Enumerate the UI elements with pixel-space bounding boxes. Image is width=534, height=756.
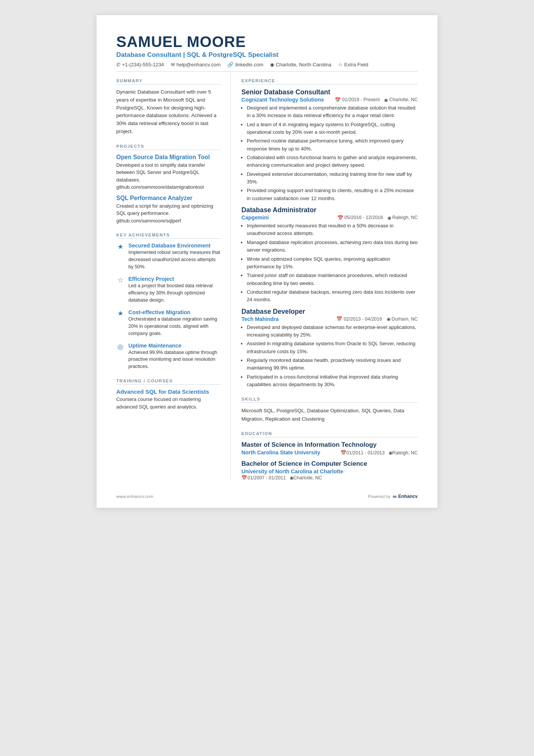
edu-degree-2: Bachelor of Science in Computer Science: [241, 460, 418, 468]
bullet: Collaborated with cross-functional teams…: [247, 154, 418, 169]
location-icon-3: ◉: [387, 316, 390, 322]
bullet: Led a team of 4 in migrating legacy syst…: [247, 121, 418, 136]
education-label: EDUCATION: [241, 431, 418, 437]
bullet: Developed and deployed database schemas …: [247, 324, 418, 339]
bullet: Provided ongoing support and training to…: [247, 187, 418, 202]
achievement-icon-2: ☆: [116, 276, 125, 284]
achievement-item-4: ◎ Uptime Maintenance Achieved 99.9% data…: [116, 343, 221, 371]
job-meta-1: 📅01/2019 - Present ◉Charlotte, NC: [335, 97, 418, 103]
bullet: Designed and implemented a comprehensive…: [247, 104, 418, 120]
training-title-1: Advanced SQL for Data Scientists: [116, 388, 221, 395]
job-company-3: Tech Mahindra: [241, 316, 278, 322]
achievement-icon-3: ★: [116, 310, 125, 318]
achievements-list: ★ Secured Database Environment Implement…: [116, 243, 221, 370]
calendar-icon-2: 📅: [337, 215, 344, 221]
job-company-2: Capgemini: [241, 214, 269, 221]
achievement-item-3: ★ Cost-effective Migration Orchestrated …: [116, 309, 221, 337]
bullet: Wrote and optimized complex SQL queries,…: [247, 255, 418, 271]
page-footer: www.enhancv.com Powered by ∞ Enhancv: [116, 493, 418, 499]
bullet: Performed routine database performance t…: [247, 137, 418, 153]
training-desc-1: Coursera course focused on mastering adv…: [116, 396, 221, 410]
left-column: SUMMARY Dynamic Database Consultant with…: [116, 72, 231, 481]
project-item-1: Open Source Data Migration Tool Develope…: [116, 154, 221, 191]
bullet: Regularly monitored database health, pro…: [247, 357, 418, 372]
projects-list: Open Source Data Migration Tool Develope…: [116, 154, 221, 224]
job-meta-3: 📅02/2013 - 04/2016 ◉Durham, NC: [336, 316, 418, 322]
bullet: Developed extensive documentation, reduc…: [247, 171, 418, 186]
project-title-2: SQL Performance Analyzer: [116, 195, 221, 202]
project-item-2: SQL Performance Analyzer Created a scrip…: [116, 195, 221, 224]
achievement-icon-1: ★: [116, 243, 125, 251]
achievement-item-1: ★ Secured Database Environment Implement…: [116, 243, 221, 271]
email-icon: ✉: [171, 62, 175, 67]
main-columns: SUMMARY Dynamic Database Consultant with…: [116, 72, 418, 481]
job-title-3: Database Developer: [241, 308, 418, 316]
calendar-icon-1: 📅: [335, 97, 341, 103]
project-title-1: Open Source Data Migration Tool: [116, 154, 221, 161]
location-edu-icon-2: ◉: [290, 475, 294, 481]
experience-label: EXPERIENCE: [241, 78, 418, 85]
edu-meta-2: 📅01/2007 - 01/2011 ◉Charlotte, NC: [241, 475, 418, 481]
footer-website: www.enhancv.com: [116, 494, 153, 499]
calendar-icon-3: 📅: [336, 316, 342, 322]
edu-school-1: North Carolina State University: [241, 449, 320, 455]
brand-name: Enhancv: [398, 494, 418, 499]
edu-meta-1: 📅01/2011 - 01/2013 ◉Raleigh, NC: [340, 450, 418, 455]
achievement-desc-4: Achieved 99.9% database uptime through p…: [128, 349, 221, 371]
job-meta-2: 📅05/2016 - 12/2018 ◉Raleigh, NC: [337, 215, 418, 221]
job-bullets-2: Implemented security measures that resul…: [247, 222, 418, 304]
job-title-1: Senior Database Consultant: [241, 88, 418, 96]
bullet: Trained junior staff on database mainten…: [247, 272, 418, 287]
location-icon-2: ◉: [387, 215, 391, 221]
achievement-desc-2: Led a project that boosted data retrieva…: [128, 282, 221, 304]
phone-icon: ✆: [116, 62, 120, 67]
calendar-edu-icon-1: 📅: [340, 450, 347, 455]
education-item-1: Master of Science in Information Technol…: [241, 441, 418, 455]
candidate-name: SAMUEL MOORE: [116, 33, 418, 50]
linkedin-icon: 🔗: [227, 62, 234, 67]
achievement-title-1: Secured Database Environment: [128, 243, 221, 249]
achievement-title-2: Efficiency Project: [128, 276, 221, 282]
footer-brand: Powered by ∞ Enhancv: [368, 493, 418, 499]
achievement-title-3: Cost-effective Migration: [128, 309, 221, 315]
achievement-item-2: ☆ Efficiency Project Led a project that …: [116, 276, 221, 304]
email-contact: ✉ help@enhancv.com: [171, 62, 220, 67]
bullet: Implemented security measures that resul…: [247, 222, 418, 238]
project-desc-1: Developed a tool to simplify data transf…: [116, 161, 221, 191]
phone-contact: ✆ +1-(234)-555-1234: [116, 62, 164, 67]
location-icon: ◉: [270, 62, 274, 67]
summary-text: Dynamic Database Consultant with over 5 …: [116, 88, 221, 136]
bullet: Conducted regular database backups, ensu…: [247, 288, 418, 304]
bullet: Participated in a cross-functional initi…: [247, 373, 418, 389]
training-label: TRAINING / COURSES: [116, 379, 221, 385]
linkedin-contact: 🔗 linkedin.com: [227, 62, 263, 67]
right-column: EXPERIENCE Senior Database Consultant Co…: [231, 72, 418, 481]
training-item-1: Advanced SQL for Data Scientists Courser…: [116, 388, 221, 410]
location-contact: ◉ Charlotte, North Carolina: [270, 62, 331, 67]
training-list: Advanced SQL for Data Scientists Courser…: [116, 388, 221, 410]
header: SAMUEL MOORE Database Consultant | SQL &…: [116, 33, 418, 72]
skills-text: Microsoft SQL, PostgreSQL, Database Opti…: [241, 407, 418, 423]
achievements-label: KEY ACHIEVEMENTS: [116, 233, 221, 239]
extra-contact: ☆ Extra Field: [338, 62, 368, 67]
achievement-title-4: Uptime Maintenance: [128, 343, 221, 349]
brand-logo: ∞: [393, 493, 396, 499]
job-company-1: Cognizant Technology Solutions: [241, 97, 324, 103]
bullet: Managed database replication processes, …: [247, 239, 418, 254]
projects-label: PROJECTS: [116, 144, 221, 150]
achievement-icon-4: ◎: [116, 343, 125, 351]
powered-by-text: Powered by: [368, 494, 390, 499]
achievement-desc-3: Orchestrated a database migration saving…: [128, 316, 221, 337]
job-bullets-3: Developed and deployed database schemas …: [247, 324, 418, 389]
job-bullets-1: Designed and implemented a comprehensive…: [247, 104, 418, 202]
experience-item-3: Database Developer Tech Mahindra 📅02/201…: [241, 308, 418, 389]
job-title-2: Database Administrator: [241, 206, 418, 214]
edu-degree-1: Master of Science in Information Technol…: [241, 441, 418, 449]
contact-bar: ✆ +1-(234)-555-1234 ✉ help@enhancv.com 🔗…: [116, 62, 418, 72]
skills-label: SKILLS: [241, 397, 418, 403]
extra-icon: ☆: [338, 62, 343, 67]
education-item-2: Bachelor of Science in Computer Science …: [241, 460, 418, 481]
experience-item-1: Senior Database Consultant Cognizant Tec…: [241, 88, 418, 202]
bullet: Assisted in migrating database systems f…: [247, 340, 418, 355]
candidate-title: Database Consultant | SQL & PostgreSQL S…: [116, 51, 418, 59]
